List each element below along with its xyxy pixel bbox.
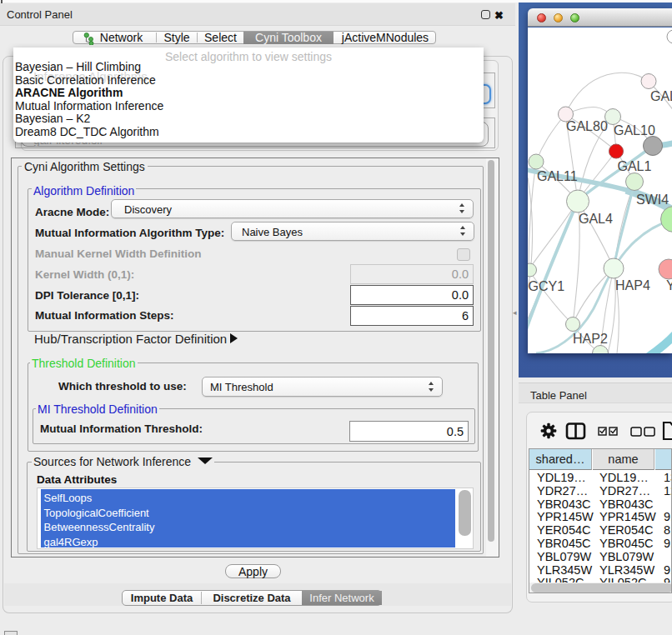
- svg-text:GAL1: GAL1: [618, 159, 652, 173]
- svg-text:SWI4: SWI4: [636, 192, 669, 207]
- svg-text:GAL: GAL: [650, 89, 672, 103]
- svg-text:Y: Y: [666, 278, 672, 292]
- svg-text:HAP2: HAP2: [573, 332, 608, 346]
- svg-text:GAL10: GAL10: [614, 123, 655, 138]
- svg-text:GCY1: GCY1: [529, 279, 565, 293]
- svg-text:GAL11: GAL11: [537, 169, 578, 183]
- svg-text:GAL4: GAL4: [579, 212, 613, 226]
- svg-text:HAP4: HAP4: [615, 278, 650, 292]
- svg-text:GAL80: GAL80: [566, 119, 608, 133]
